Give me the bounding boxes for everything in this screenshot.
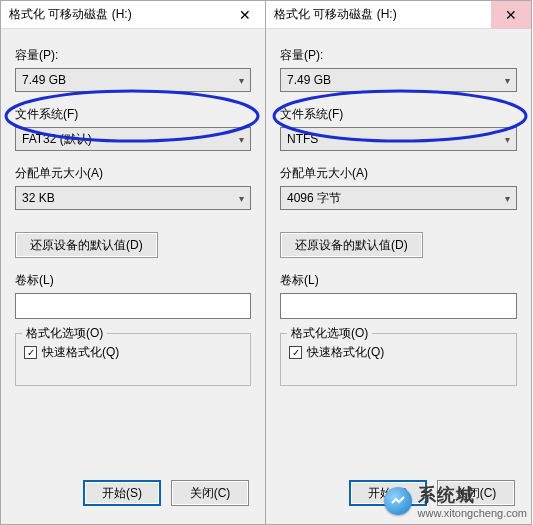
close-icon[interactable]: ✕ [225,1,265,29]
allocation-label: 分配单元大小(A) [280,165,517,182]
format-options-legend: 格式化选项(O) [287,325,372,342]
window-title: 格式化 可移动磁盘 (H:) [9,6,225,23]
chevron-down-icon: ▾ [505,75,510,86]
restore-defaults-button[interactable]: 还原设备的默认值(D) [15,232,158,258]
format-options-legend: 格式化选项(O) [22,325,107,342]
filesystem-select[interactable]: NTFS ▾ [280,127,517,151]
chevron-down-icon: ▾ [505,193,510,204]
capacity-select[interactable]: 7.49 GB ▾ [15,68,251,92]
titlebar: 格式化 可移动磁盘 (H:) ✕ [266,1,531,29]
quick-format-row[interactable]: ✓ 快速格式化(Q) [289,344,508,361]
format-options-group: 格式化选项(O) ✓ 快速格式化(Q) [15,333,251,386]
filesystem-select[interactable]: FAT32 (默认) ▾ [15,127,251,151]
allocation-label: 分配单元大小(A) [15,165,251,182]
volume-input[interactable] [280,293,517,319]
format-dialog-left: 格式化 可移动磁盘 (H:) ✕ 容量(P): 7.49 GB ▾ 文件系统(F… [0,0,266,525]
format-dialog-right: 格式化 可移动磁盘 (H:) ✕ 容量(P): 7.49 GB ▾ 文件系统(F… [266,0,532,525]
capacity-label: 容量(P): [15,47,251,64]
volume-label: 卷标(L) [15,272,251,289]
volume-label: 卷标(L) [280,272,517,289]
allocation-select[interactable]: 32 KB ▾ [15,186,251,210]
chevron-down-icon: ▾ [505,134,510,145]
capacity-select[interactable]: 7.49 GB ▾ [280,68,517,92]
close-button[interactable]: 关闭(C) [171,480,249,506]
chevron-down-icon: ▾ [239,75,244,86]
filesystem-value: NTFS [287,132,318,146]
quick-format-checkbox[interactable]: ✓ [24,346,37,359]
filesystem-value: FAT32 (默认) [22,131,92,148]
watermark-logo-icon [384,487,412,515]
filesystem-label: 文件系统(F) [280,106,517,123]
watermark-url: www.xitongcheng.com [418,507,527,519]
volume-input[interactable] [15,293,251,319]
titlebar: 格式化 可移动磁盘 (H:) ✕ [1,1,265,29]
close-icon[interactable]: ✕ [491,1,531,29]
capacity-value: 7.49 GB [22,73,66,87]
window-title: 格式化 可移动磁盘 (H:) [274,6,491,23]
allocation-value: 4096 字节 [287,190,341,207]
chevron-down-icon: ▾ [239,193,244,204]
watermark: 系统城 www.xitongcheng.com [384,483,527,519]
quick-format-label: 快速格式化(Q) [42,344,119,361]
allocation-select[interactable]: 4096 字节 ▾ [280,186,517,210]
capacity-label: 容量(P): [280,47,517,64]
watermark-brand: 系统城 [418,483,527,507]
quick-format-checkbox[interactable]: ✓ [289,346,302,359]
chevron-down-icon: ▾ [239,134,244,145]
restore-defaults-button[interactable]: 还原设备的默认值(D) [280,232,423,258]
allocation-value: 32 KB [22,191,55,205]
start-button[interactable]: 开始(S) [83,480,161,506]
format-options-group: 格式化选项(O) ✓ 快速格式化(Q) [280,333,517,386]
quick-format-label: 快速格式化(Q) [307,344,384,361]
quick-format-row[interactable]: ✓ 快速格式化(Q) [24,344,242,361]
capacity-value: 7.49 GB [287,73,331,87]
filesystem-label: 文件系统(F) [15,106,251,123]
